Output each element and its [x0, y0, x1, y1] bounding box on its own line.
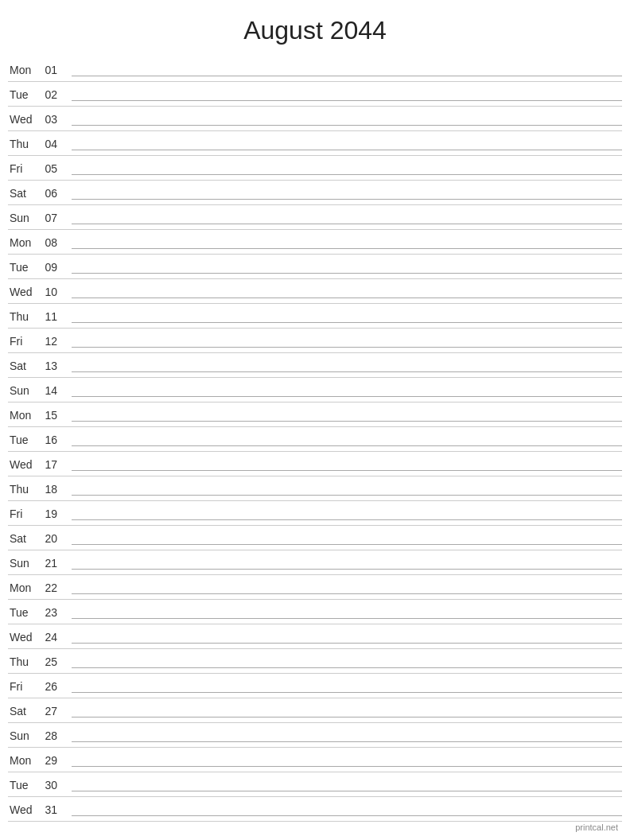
- table-row: Mon29: [8, 748, 622, 772]
- day-line: [72, 741, 622, 742]
- day-name: Wed: [8, 286, 40, 298]
- day-line: [72, 273, 622, 274]
- page-title: August 2044: [0, 0, 630, 57]
- day-number: 15: [40, 409, 64, 422]
- day-number: 28: [40, 729, 64, 742]
- day-name: Fri: [8, 162, 40, 175]
- day-line: [72, 717, 622, 718]
- day-number: 18: [40, 483, 64, 496]
- day-line: [72, 298, 622, 298]
- day-line: [72, 791, 622, 791]
- day-line: [72, 569, 622, 570]
- day-line: [72, 396, 622, 397]
- table-row: Mon01: [8, 57, 622, 82]
- day-line: [72, 125, 622, 126]
- day-line: [72, 174, 622, 175]
- day-name: Sat: [8, 360, 40, 372]
- table-row: Sat27: [8, 698, 622, 723]
- table-row: Fri05: [8, 156, 622, 181]
- table-row: Sat20: [8, 526, 622, 550]
- day-name: Thu: [8, 483, 40, 496]
- day-name: Sun: [8, 212, 40, 224]
- day-name: Mon: [8, 409, 40, 422]
- day-number: 04: [40, 138, 64, 150]
- day-name: Sat: [8, 187, 40, 200]
- day-number: 22: [40, 581, 64, 594]
- day-number: 16: [40, 434, 64, 446]
- day-name: Mon: [8, 581, 40, 594]
- day-line: [72, 643, 622, 644]
- table-row: Thu04: [8, 131, 622, 156]
- day-name: Thu: [8, 310, 40, 323]
- table-row: Thu11: [8, 304, 622, 329]
- footer-text: printcal.net: [575, 822, 618, 832]
- day-number: 29: [40, 754, 64, 767]
- table-row: Wed10: [8, 279, 622, 304]
- day-name: Wed: [8, 631, 40, 644]
- table-row: Tue02: [8, 82, 622, 107]
- table-row: Sat13: [8, 353, 622, 378]
- table-row: Wed31: [8, 797, 622, 822]
- calendar-container: Mon01Tue02Wed03Thu04Fri05Sat06Sun07Mon08…: [0, 57, 630, 822]
- day-number: 09: [40, 261, 64, 274]
- day-name: Sun: [8, 557, 40, 570]
- day-number: 02: [40, 88, 64, 101]
- day-name: Mon: [8, 236, 40, 249]
- day-name: Thu: [8, 138, 40, 150]
- day-line: [72, 322, 622, 323]
- day-number: 05: [40, 162, 64, 175]
- day-line: [72, 224, 622, 224]
- day-line: [72, 495, 622, 496]
- table-row: Fri12: [8, 329, 622, 353]
- table-row: Fri26: [8, 674, 622, 698]
- table-row: Mon15: [8, 402, 622, 427]
- table-row: Tue09: [8, 255, 622, 279]
- day-name: Thu: [8, 655, 40, 668]
- day-number: 10: [40, 286, 64, 298]
- day-name: Sat: [8, 705, 40, 718]
- day-number: 31: [40, 803, 64, 816]
- table-row: Sat06: [8, 181, 622, 205]
- day-number: 11: [40, 310, 64, 323]
- table-row: Thu18: [8, 476, 622, 501]
- day-number: 19: [40, 508, 64, 520]
- day-number: 27: [40, 705, 64, 718]
- day-line: [72, 618, 622, 619]
- day-number: 14: [40, 384, 64, 397]
- day-name: Fri: [8, 335, 40, 348]
- day-line: [72, 692, 622, 693]
- day-name: Fri: [8, 680, 40, 693]
- day-name: Tue: [8, 88, 40, 101]
- table-row: Thu25: [8, 649, 622, 674]
- day-name: Mon: [8, 64, 40, 76]
- day-line: [72, 519, 622, 520]
- day-number: 01: [40, 64, 64, 76]
- day-name: Fri: [8, 508, 40, 520]
- day-name: Sun: [8, 384, 40, 397]
- day-number: 21: [40, 557, 64, 570]
- table-row: Fri19: [8, 501, 622, 526]
- day-number: 20: [40, 532, 64, 545]
- table-row: Wed24: [8, 624, 622, 649]
- day-number: 06: [40, 187, 64, 200]
- day-name: Mon: [8, 754, 40, 767]
- day-name: Tue: [8, 779, 40, 791]
- day-number: 13: [40, 360, 64, 372]
- day-name: Sat: [8, 532, 40, 545]
- table-row: Sun14: [8, 378, 622, 402]
- day-number: 24: [40, 631, 64, 644]
- day-number: 17: [40, 458, 64, 471]
- table-row: Mon08: [8, 230, 622, 255]
- day-name: Sun: [8, 729, 40, 742]
- day-number: 08: [40, 236, 64, 249]
- day-number: 25: [40, 655, 64, 668]
- day-line: [72, 199, 622, 200]
- day-number: 12: [40, 335, 64, 348]
- day-name: Tue: [8, 261, 40, 274]
- day-number: 30: [40, 779, 64, 791]
- day-number: 03: [40, 113, 64, 126]
- day-line: [72, 815, 622, 816]
- table-row: Sun07: [8, 205, 622, 230]
- day-line: [72, 76, 622, 76]
- day-line: [72, 544, 622, 545]
